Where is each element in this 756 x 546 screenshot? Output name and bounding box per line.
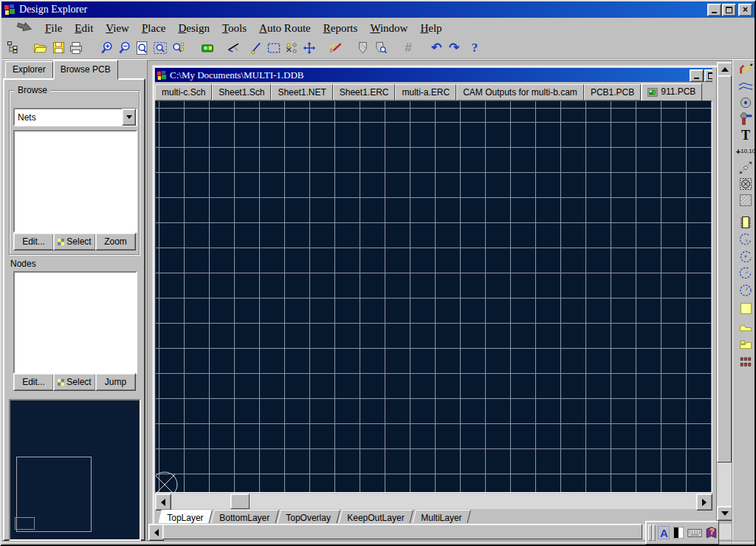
layer-tab-bottomlayer[interactable]: BottomLayer bbox=[210, 510, 279, 523]
workspace-scroll-up-button[interactable] bbox=[717, 62, 733, 77]
move-selection-icon[interactable] bbox=[300, 39, 318, 57]
toolbar-grip[interactable] bbox=[653, 525, 656, 541]
open-document-icon[interactable] bbox=[32, 39, 49, 57]
close-button[interactable]: × bbox=[738, 4, 752, 16]
menu-place[interactable]: Place bbox=[142, 22, 165, 35]
menu-tools[interactable]: Tools bbox=[222, 22, 247, 35]
zoom-out-icon[interactable] bbox=[116, 39, 134, 57]
arc-center-icon[interactable] bbox=[736, 248, 755, 265]
menu-view[interactable]: View bbox=[106, 22, 129, 35]
layer-tab-multilayer[interactable]: MultiLayer bbox=[411, 510, 471, 523]
doc-tab-sheet1-sch[interactable]: Sheet1.Sch bbox=[212, 84, 271, 100]
wire-cutter-icon[interactable] bbox=[225, 39, 243, 57]
canvas-hscroll-thumb[interactable] bbox=[230, 494, 250, 509]
deselect-all-icon[interactable] bbox=[283, 39, 300, 57]
full-circle-icon[interactable] bbox=[736, 282, 755, 298]
arc-any-angle-icon[interactable] bbox=[736, 265, 755, 281]
pcb-canvas[interactable] bbox=[156, 101, 712, 492]
multi-trace-icon[interactable] bbox=[736, 78, 755, 95]
zoom-selection-icon[interactable] bbox=[169, 39, 187, 57]
explorer-panel-toggle-icon[interactable] bbox=[4, 39, 22, 57]
redo-icon[interactable]: ↷ bbox=[445, 39, 463, 57]
print-icon[interactable] bbox=[67, 39, 85, 57]
node-list[interactable] bbox=[13, 271, 137, 374]
split-plane-icon[interactable] bbox=[736, 335, 755, 352]
menu-edit[interactable]: Edit bbox=[75, 22, 93, 35]
undo-icon[interactable]: ↶ bbox=[427, 39, 445, 57]
contrast-mask-icon[interactable] bbox=[672, 525, 685, 540]
restore-button[interactable] bbox=[722, 4, 736, 16]
layer-tab-topoverlay[interactable]: TopOverlay bbox=[276, 510, 340, 523]
hatched-fill-icon[interactable] bbox=[736, 192, 755, 208]
string-text-icon[interactable]: T bbox=[736, 127, 755, 143]
dimension-icon[interactable] bbox=[736, 160, 755, 176]
scroll-right-button[interactable] bbox=[696, 494, 712, 511]
keyboard-icon[interactable] bbox=[687, 525, 702, 540]
zoom-document-icon[interactable] bbox=[134, 39, 151, 57]
nodes-jump-button[interactable]: Jump bbox=[95, 373, 136, 391]
dropdown-arrow-icon[interactable] bbox=[122, 109, 136, 126]
minimize-button[interactable] bbox=[707, 4, 721, 16]
menu-grip-arrow-icon[interactable] bbox=[15, 20, 34, 37]
menu-help[interactable]: Help bbox=[420, 22, 441, 35]
doc-tab-cam-outputs[interactable]: CAM Outputs for multi-b.cam bbox=[456, 84, 584, 100]
nets-edit-button[interactable]: Edit... bbox=[13, 233, 54, 250]
polygon-plane-icon[interactable] bbox=[736, 318, 755, 334]
fill-icon[interactable] bbox=[736, 300, 755, 316]
polygon-shield-zoom-icon[interactable] bbox=[371, 39, 389, 57]
pad-array-icon[interactable] bbox=[736, 354, 755, 370]
minimap-viewport-rect[interactable] bbox=[15, 517, 35, 530]
doc-tab-sheet1-erc[interactable]: Sheet1.ERC bbox=[333, 84, 396, 100]
workspace-hscroll-thumb[interactable] bbox=[162, 524, 642, 539]
nodes-select-button[interactable]: Select bbox=[53, 373, 96, 391]
menu-auto-route[interactable]: Auto Route bbox=[259, 22, 311, 35]
workspace-vscroll-thumb[interactable] bbox=[717, 75, 732, 463]
toggle-grid-icon[interactable]: # bbox=[399, 39, 417, 57]
text-style-icon[interactable]: A bbox=[658, 526, 670, 539]
workspace-scroll-left-button[interactable] bbox=[148, 524, 164, 541]
cross-probe-icon[interactable] bbox=[199, 39, 216, 57]
pad-icon[interactable] bbox=[736, 95, 755, 111]
tab-browse-pcb[interactable]: Browse PCB bbox=[53, 60, 118, 80]
doc-restore-button[interactable] bbox=[704, 69, 712, 82]
highlight-net-icon[interactable] bbox=[247, 39, 265, 57]
via-icon[interactable] bbox=[736, 111, 755, 127]
layer-tab-toplayer[interactable]: TopLayer bbox=[157, 510, 213, 523]
interactive-routing-icon[interactable] bbox=[736, 62, 755, 78]
doc-tab-pcb1-pcb[interactable]: PCB1.PCB bbox=[584, 84, 641, 100]
nets-zoom-button[interactable]: Zoom bbox=[95, 233, 136, 250]
toolbar-grip[interactable] bbox=[648, 525, 652, 541]
component-icon[interactable] bbox=[736, 214, 755, 231]
save-document-icon[interactable] bbox=[49, 39, 67, 57]
zoom-area-icon[interactable] bbox=[151, 39, 169, 57]
canvas-horizontal-scrollbar[interactable] bbox=[155, 494, 712, 509]
doc-tab-multi-c-sch[interactable]: multi-c.Sch bbox=[155, 84, 212, 100]
doc-tab-sheet1-net[interactable]: Sheet1.NET bbox=[271, 84, 332, 100]
autoroute-wand-icon[interactable] bbox=[327, 39, 345, 57]
menu-file[interactable]: File bbox=[45, 22, 62, 35]
workspace-scroll-down-button[interactable] bbox=[717, 506, 733, 521]
doc-minimize-button[interactable] bbox=[690, 69, 704, 82]
nets-select-button[interactable]: Select bbox=[53, 233, 96, 250]
nodes-edit-button[interactable]: Edit... bbox=[13, 373, 54, 391]
menu-reports[interactable]: Reports bbox=[323, 22, 358, 35]
polygon-shield-icon[interactable] bbox=[354, 39, 371, 57]
select-area-icon[interactable] bbox=[265, 39, 283, 57]
help-icon[interactable]: ? bbox=[466, 39, 484, 57]
app-titlebar[interactable]: Design Explorer × bbox=[1, 1, 755, 18]
keepout-icon[interactable] bbox=[736, 176, 755, 192]
document-titlebar[interactable]: C:\My Documents\MULTI-1.DDB bbox=[155, 68, 712, 82]
coordinate-marker-icon[interactable]: +10,10 bbox=[736, 143, 755, 160]
net-list[interactable] bbox=[13, 130, 137, 233]
doc-tab-911-pcb[interactable]: 911.PCB bbox=[641, 83, 702, 100]
browse-filter-dropdown[interactable]: Nets bbox=[13, 108, 137, 126]
doc-tab-multi-a-erc[interactable]: multi-a.ERC bbox=[395, 84, 456, 100]
help-book-icon[interactable]: ? bbox=[704, 525, 718, 540]
board-minimap[interactable] bbox=[9, 399, 141, 541]
menu-design[interactable]: Design bbox=[178, 22, 210, 35]
menu-window[interactable]: Window bbox=[370, 22, 408, 35]
arc-edge-icon[interactable] bbox=[736, 231, 755, 248]
tab-explorer[interactable]: Explorer bbox=[5, 61, 53, 78]
zoom-in-icon[interactable] bbox=[98, 39, 116, 57]
scroll-left-button[interactable] bbox=[155, 494, 171, 511]
